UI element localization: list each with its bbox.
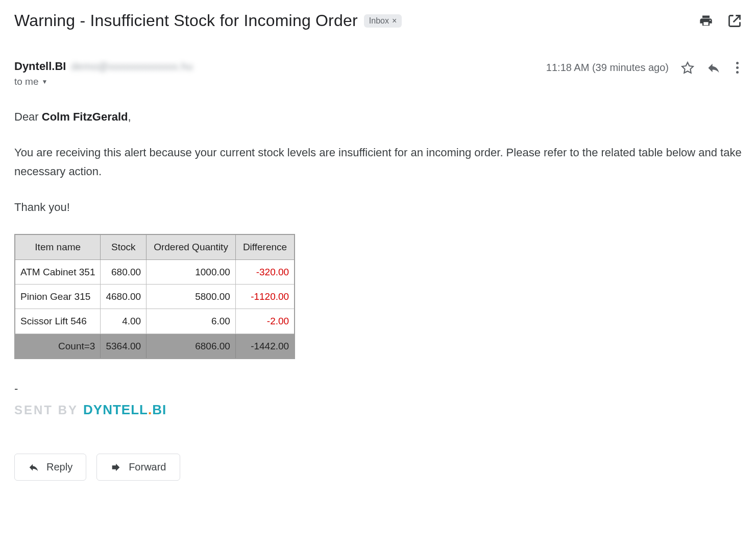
cell-stock: 4680.00 <box>101 284 147 309</box>
brand-dot: . <box>148 402 152 417</box>
open-in-new-icon[interactable] <box>727 14 742 28</box>
cell-item-name: Scissor Lift 546 <box>15 309 101 334</box>
cell-diff: -320.00 <box>235 259 295 284</box>
footer-label: Count=3 <box>15 334 101 359</box>
forward-button[interactable]: Forward <box>96 454 180 481</box>
footer-diff: -1442.00 <box>235 334 295 359</box>
email-actions: Reply Forward <box>14 454 742 481</box>
signature-line: SENT BY DYNTELL.Bi <box>14 399 742 421</box>
inbox-chip[interactable]: Inbox × <box>364 14 402 28</box>
forward-button-label: Forward <box>129 461 166 473</box>
greeting-line: Dear Colm FitzGerald, <box>14 108 742 126</box>
cell-stock: 4.00 <box>101 309 147 334</box>
body-paragraph: You are receiving this alert because you… <box>14 144 742 181</box>
col-item-name: Item name <box>15 234 101 259</box>
inbox-chip-remove[interactable]: × <box>392 16 397 26</box>
stock-table: Item name Stock Ordered Quantity Differe… <box>14 234 295 359</box>
forward-arrow-icon <box>110 462 121 473</box>
signature-dash: - <box>14 380 742 398</box>
cell-ordered: 5800.00 <box>147 284 236 309</box>
star-icon[interactable] <box>681 61 694 75</box>
greeting-name: Colm FitzGerald <box>42 110 128 123</box>
sender-row: Dyntell.BI demo@xxxxxxxxxxxxx.hu to me ▼… <box>14 60 742 87</box>
greeting-prefix: Dear <box>14 110 42 123</box>
col-ordered: Ordered Quantity <box>147 234 236 259</box>
more-menu-icon[interactable] <box>733 60 742 76</box>
chevron-down-icon: ▼ <box>42 78 48 85</box>
reply-icon[interactable] <box>706 61 721 75</box>
cell-item-name: ATM Cabinet 351 <box>15 259 101 284</box>
recipient-label: to me <box>14 76 39 87</box>
reply-button-label: Reply <box>46 461 72 473</box>
reply-button[interactable]: Reply <box>14 454 86 481</box>
brand-tail: Bi <box>152 402 166 417</box>
cell-diff: -1120.00 <box>235 284 295 309</box>
sender-address-redacted: demo@xxxxxxxxxxxxx.hu <box>71 61 193 73</box>
recipient-toggle[interactable]: to me ▼ <box>14 76 193 87</box>
table-footer-row: Count=3 5364.00 6806.00 -1442.00 <box>15 334 295 359</box>
cell-stock: 680.00 <box>101 259 147 284</box>
col-difference: Difference <box>235 234 295 259</box>
brand-logo: DYNTELL.Bi <box>83 399 166 421</box>
cell-diff: -2.00 <box>235 309 295 334</box>
cell-ordered: 6.00 <box>147 309 236 334</box>
email-timestamp: 11:18 AM (39 minutes ago) <box>546 62 669 74</box>
print-icon[interactable] <box>699 14 713 28</box>
brand-main: DYNTELL <box>83 402 148 417</box>
email-subject: Warning - Insufficient Stock for Incomin… <box>14 11 358 30</box>
footer-stock: 5364.00 <box>101 334 147 359</box>
sent-by-label: SENT BY <box>14 400 78 420</box>
sender-name: Dyntell.BI <box>14 60 66 73</box>
reply-arrow-icon <box>28 462 39 473</box>
table-row: ATM Cabinet 351 680.00 1000.00 -320.00 <box>15 259 295 284</box>
email-body: Dear Colm FitzGerald, You are receiving … <box>14 108 742 421</box>
col-stock: Stock <box>101 234 147 259</box>
inbox-chip-label: Inbox <box>369 16 389 26</box>
table-row: Scissor Lift 546 4.00 6.00 -2.00 <box>15 309 295 334</box>
cell-item-name: Pinion Gear 315 <box>15 284 101 309</box>
table-header-row: Item name Stock Ordered Quantity Differe… <box>15 234 295 259</box>
table-row: Pinion Gear 315 4680.00 5800.00 -1120.00 <box>15 284 295 309</box>
cell-ordered: 1000.00 <box>147 259 236 284</box>
email-header: Warning - Insufficient Stock for Incomin… <box>14 11 742 30</box>
footer-ordered: 6806.00 <box>147 334 236 359</box>
greeting-suffix: , <box>128 110 131 123</box>
body-thanks: Thank you! <box>14 198 742 217</box>
svg-marker-0 <box>682 62 693 73</box>
